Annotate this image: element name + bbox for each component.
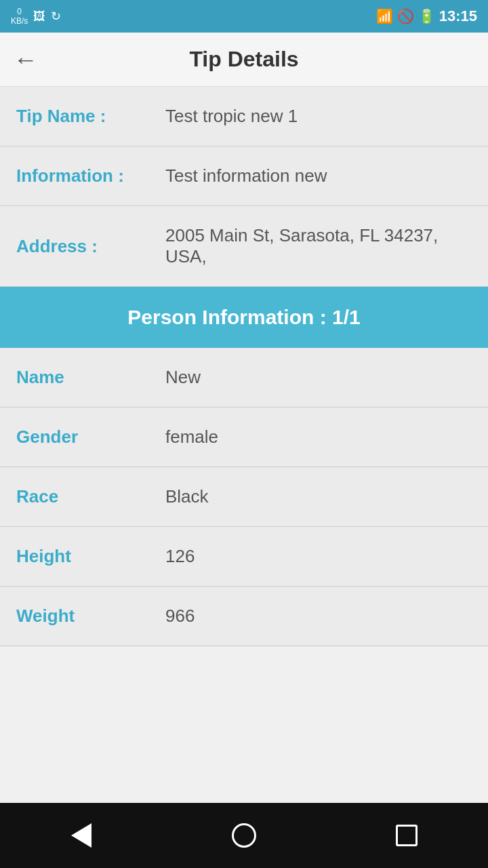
speed-indicator: 0KB/s	[11, 7, 28, 26]
person-info-section: Name New Gender female Race Black Height…	[0, 348, 488, 646]
image-icon: 🖼	[33, 9, 45, 24]
person-name-label: Name	[16, 367, 165, 388]
tip-details-section: Tip Name : Test tropic new 1 Information…	[0, 87, 488, 287]
status-left: 0KB/s 🖼 ↻	[11, 7, 61, 26]
person-gender-label: Gender	[16, 427, 165, 448]
nav-back-button[interactable]	[61, 815, 102, 856]
person-name-row: Name New	[0, 348, 488, 408]
page-title: Tip Details	[52, 47, 436, 72]
time-display: 13:15	[439, 7, 477, 25]
person-info-header: Person Information : 1/1	[0, 287, 488, 348]
person-info-title: Person Information : 1/1	[127, 306, 360, 328]
status-right: 📶 🚫 🔋 13:15	[376, 7, 477, 25]
person-gender-row: Gender female	[0, 408, 488, 467]
tip-name-row: Tip Name : Test tropic new 1	[0, 87, 488, 146]
person-race-label: Race	[16, 486, 165, 507]
nav-home-button[interactable]	[224, 815, 264, 856]
app-bar: ← Tip Details	[0, 33, 488, 87]
person-weight-label: Weight	[16, 606, 165, 627]
person-height-row: Height 126	[0, 527, 488, 587]
information-row: Information : Test information new	[0, 146, 488, 206]
tip-name-label: Tip Name :	[16, 106, 165, 127]
address-row: Address : 2005 Main St, Sarasota, FL 342…	[0, 206, 488, 287]
person-height-label: Height	[16, 546, 165, 567]
back-button[interactable]: ←	[14, 47, 38, 72]
address-value: 2005 Main St, Sarasota, FL 34237, USA,	[165, 225, 472, 267]
person-weight-value: 966	[165, 606, 472, 627]
person-gender-value: female	[165, 427, 472, 448]
nav-recent-icon	[396, 825, 418, 846]
nav-back-icon	[71, 823, 92, 848]
person-weight-row: Weight 966	[0, 587, 488, 646]
information-value: Test information new	[165, 165, 472, 186]
nav-home-icon	[232, 823, 256, 848]
status-bar: 0KB/s 🖼 ↻ 📶 🚫 🔋 13:15	[0, 0, 488, 33]
person-height-value: 126	[165, 546, 472, 567]
bottom-nav	[0, 803, 488, 868]
no-sim-icon: 🚫	[397, 8, 414, 24]
information-label: Information :	[16, 165, 165, 186]
person-name-value: New	[165, 367, 472, 388]
nav-recent-button[interactable]	[386, 815, 427, 856]
battery-icon: 🔋	[418, 8, 435, 24]
refresh-icon: ↻	[51, 9, 61, 24]
tip-name-value: Test tropic new 1	[165, 106, 472, 127]
person-race-value: Black	[165, 486, 472, 507]
address-label: Address :	[16, 236, 165, 257]
wifi-icon: 📶	[376, 8, 393, 24]
person-race-row: Race Black	[0, 467, 488, 527]
